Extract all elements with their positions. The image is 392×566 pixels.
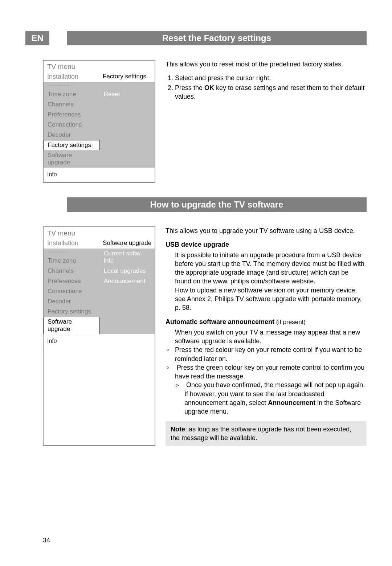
- page-number: 34: [43, 537, 50, 544]
- menu-title-2: TV menu: [44, 227, 155, 238]
- section1-content: TV menu Installation Factory settings Ti…: [43, 60, 367, 183]
- menu-sub-left-2: Installation: [44, 238, 100, 249]
- menu-item-preferences-2[interactable]: Preferences: [44, 276, 100, 286]
- reset-step-1: Select and press the cursor right.: [175, 74, 367, 82]
- auto-announce-head: Automatic software announcement (if pres…: [166, 317, 367, 327]
- tv-menu-factory: TV menu Installation Factory settings Ti…: [43, 60, 155, 183]
- section1-text: This allows you to reset most of the pre…: [166, 60, 367, 183]
- menu-left-col-2: Time zone Channels Preferences Connectio…: [44, 249, 100, 334]
- menu-right-col: Reset: [100, 82, 155, 168]
- usb-upgrade-p1: It is possible to initiate an upgrade pr…: [166, 251, 367, 286]
- reset-intro: This allows you to reset most of the pre…: [166, 60, 367, 69]
- section2-text: This allows you to upgrade your TV softw…: [166, 226, 367, 446]
- menu-item-channels-2[interactable]: Channels: [44, 266, 100, 276]
- language-badge: EN: [25, 31, 49, 45]
- menu-info: Info: [44, 168, 155, 182]
- menu-item-timezone[interactable]: Time zone: [44, 89, 100, 99]
- upgrade-intro: This allows you to upgrade your TV softw…: [166, 226, 367, 235]
- menu-item-software-upgrade-2[interactable]: Software upgrade: [44, 317, 100, 334]
- menu-info-2: Info: [44, 334, 155, 349]
- menu-right-col-2: Current softw. info Local upgrades Annou…: [100, 249, 155, 334]
- menu-item-timezone-2[interactable]: Time zone: [44, 256, 100, 266]
- section-title-reset: Reset the Factory settings: [67, 31, 367, 45]
- section2-content: TV menu Installation Software upgrade Ti…: [43, 226, 367, 446]
- menu-item-preferences[interactable]: Preferences: [44, 110, 100, 120]
- menu-sub-right-2: Software upgrade: [100, 238, 155, 249]
- auto-bullet-green: Press the green colour key on your remot…: [175, 363, 367, 416]
- menu-item-channels[interactable]: Channels: [44, 99, 100, 110]
- menu-item-factory-settings[interactable]: Factory settings: [44, 140, 100, 150]
- menu-title: TV menu: [44, 61, 155, 71]
- menu-item-decoder-2[interactable]: Decoder: [44, 296, 100, 307]
- menu-left-col: Time zone Channels Preferences Connectio…: [44, 82, 100, 168]
- auto-sub-bullet: Once you have confirmed, the message wil…: [184, 381, 367, 416]
- note-box: Note: as long as the software upgrade ha…: [166, 421, 367, 446]
- reset-steps: Select and press the cursor right. Press…: [166, 74, 367, 101]
- menu-sub-left: Installation: [44, 71, 100, 82]
- dotted-marker: [49, 85, 70, 86]
- auto-announce-p1: When you switch on your TV a message may…: [166, 328, 367, 346]
- menu-right-local-upgrades[interactable]: Local upgrades: [100, 266, 155, 276]
- menu-item-connections[interactable]: Connections: [44, 120, 100, 130]
- menu-item-decoder[interactable]: Decoder: [44, 130, 100, 140]
- menu-item-factory-settings-2[interactable]: Factory settings: [44, 307, 100, 317]
- section-title-upgrade: How to upgrade the TV software: [67, 197, 367, 212]
- menu-right-reset[interactable]: Reset: [100, 89, 155, 99]
- menu-item-connections-2[interactable]: Connections: [44, 286, 100, 296]
- menu-right-current-info[interactable]: Current softw. info: [100, 249, 155, 266]
- menu-item-software-upgrade[interactable]: Software upgrade: [44, 150, 100, 168]
- auto-bullet-red: Press the red colour key on your remote …: [175, 345, 367, 363]
- auto-announce-bullets: Press the red colour key on your remote …: [166, 345, 367, 416]
- header-row-1: EN Reset the Factory settings: [25, 31, 367, 45]
- menu-right-announcement[interactable]: Announcement: [100, 276, 155, 286]
- header-row-2: How to upgrade the TV software: [25, 197, 367, 212]
- tv-menu-upgrade: TV menu Installation Software upgrade Ti…: [43, 226, 155, 446]
- reset-step-2: Press the OK key to erase settings and r…: [175, 83, 367, 101]
- usb-upgrade-head: USB device upgrade: [166, 240, 367, 249]
- usb-upgrade-p2: How to upload a new software version on …: [166, 286, 367, 312]
- menu-sub-right: Factory settings: [100, 71, 155, 82]
- dotted-marker-2: [49, 252, 70, 253]
